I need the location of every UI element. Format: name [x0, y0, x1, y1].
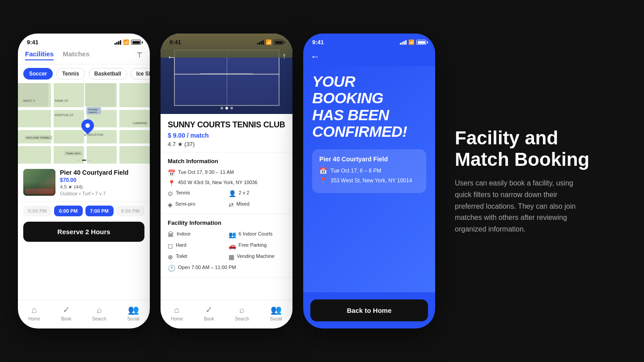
booking-address-icon: 📍 — [319, 177, 327, 184]
booking-address: 353 West St, New York, NY 10014 — [330, 177, 412, 184]
time-slot-6pm[interactable]: 6:00 PM — [54, 206, 82, 216]
venue-name: Sunny Courts Tennis Club — [168, 120, 285, 130]
search-icon-2: ⌕ — [239, 305, 245, 315]
vending-icon: ▦ — [229, 253, 234, 261]
sport-type-icon: ⊙ — [168, 190, 173, 197]
facility-toilet: Toilet — [176, 253, 187, 259]
surface-icon: ◻ — [168, 242, 173, 249]
social-icon-1: 👥 — [128, 304, 139, 315]
nav-book-label-2: Book — [204, 316, 214, 321]
venue-rating: 4.7 ★ (37) — [168, 141, 285, 147]
nav-book-label-1: Book — [61, 316, 72, 321]
sport-soccer[interactable]: Soccer — [23, 68, 53, 80]
booking-date: Tue Oct 17, 6 – 8 PM — [330, 168, 381, 174]
sport-tennis[interactable]: Tennis — [56, 68, 85, 80]
nav-search-1[interactable]: ⌕ Search — [92, 305, 106, 321]
toilet-icon: ⊗ — [168, 253, 173, 261]
facility-card[interactable]: Pier 40 Courtyard Field $70.00 4.5 ★ (44… — [18, 164, 150, 202]
right-panel: Facility andMatch Booking Users can easi… — [446, 127, 626, 235]
book-icon-2: ✓ — [205, 304, 213, 315]
nav-book-2[interactable]: ✓ Book — [204, 304, 214, 321]
courts-icon: 👥 — [229, 231, 236, 238]
facility-courts: 6 Indoor Courts — [239, 231, 273, 237]
hero-dot-3 — [230, 107, 233, 109]
signal-icon-2 — [257, 40, 264, 45]
time-slot-7pm[interactable]: 7:00 PM — [85, 206, 114, 216]
booking-address-row: 📍 353 West St, New York, NY 10014 — [319, 177, 419, 184]
signal-icon-1 — [114, 40, 121, 45]
phone-2: 9:41 📶 — [161, 34, 292, 328]
match-level: Semi-pro — [175, 201, 195, 207]
book-icon-1: ✓ — [63, 304, 70, 315]
signal-icon-3 — [400, 40, 407, 45]
facility-meta: Outdoor • Turf • 7 v 7 — [60, 191, 144, 196]
status-time-2: 9:41 — [169, 39, 181, 46]
level-icon: ◈ — [168, 201, 173, 208]
confirmation-hero: YOUR BOOKING HAS BEEN CONFIRMED! Pier 40… — [303, 66, 435, 292]
booking-date-icon: 📅 — [319, 167, 327, 174]
wifi-icon-3: 📶 — [408, 39, 415, 45]
phone-3: 9:41 📶 ← — [303, 34, 435, 328]
nav-home-2[interactable]: ⌂ Home — [171, 305, 183, 321]
venue-price: $ 9.00 / match — [168, 132, 285, 139]
right-description: Users can easily book a facility, using … — [455, 177, 580, 235]
nav-home-label-2: Home — [171, 316, 183, 321]
hours-icon: 🕐 — [168, 265, 175, 272]
nav-tabs: Facilities Matches ⊤ — [18, 47, 150, 64]
time-slots: 5:00 PM 6:00 PM 7:00 PM 8:00 PM — [18, 202, 150, 220]
battery-icon-2 — [274, 40, 284, 45]
back-home-button[interactable]: Back to Home — [310, 299, 428, 321]
social-icon-2: 👥 — [271, 304, 282, 315]
battery-icon-3 — [416, 40, 426, 45]
facility-rating: 4.5 ★ (44) — [60, 184, 144, 190]
parking-icon: 🚗 — [229, 242, 236, 249]
match-format: 2 v 2 — [239, 189, 250, 196]
facility-info-section: Facility Information 🏛 Indoor 👥 6 Indoor… — [161, 214, 292, 278]
map-area: RANK ST WEST V W HOUSTON MORTON ST CARMI… — [18, 83, 150, 164]
nav-social-2[interactable]: 👥 Social — [270, 304, 282, 321]
share-icon-2[interactable]: ↑ — [282, 51, 286, 61]
hero-dot-2 — [225, 107, 228, 109]
indoor-icon: 🏛 — [168, 231, 174, 238]
nav-social-1[interactable]: 👥 Social — [127, 304, 139, 321]
location-icon: 📍 — [168, 180, 175, 187]
reserve-button[interactable]: Reserve 2 Hours — [23, 222, 144, 242]
tab-matches[interactable]: Matches — [63, 50, 89, 60]
nav-social-label-2: Social — [270, 316, 282, 321]
facility-parking: Free Parking — [239, 242, 267, 248]
bottom-nav-2: ⌂ Home ✓ Book ⌕ Search 👥 Social — [161, 299, 292, 328]
facility-vending: Vending Machine — [237, 253, 275, 259]
booking-detail-card: Pier 40 Courtyard Field 📅 Tue Oct 17, 6 … — [312, 149, 426, 193]
wifi-icon-2: 📶 — [266, 39, 272, 45]
home-icon-1: ⌂ — [32, 305, 37, 315]
home-icon-2: ⌂ — [174, 305, 180, 315]
filter-icon[interactable]: ⊤ — [136, 51, 143, 59]
date-icon: 📅 — [168, 169, 175, 177]
nav-home-1[interactable]: ⌂ Home — [28, 305, 40, 321]
match-address: 450 W 43rd St, New York, NY 10036 — [178, 179, 258, 185]
right-title-text: Facility andMatch Booking — [455, 127, 589, 170]
nav-home-label-1: Home — [28, 316, 40, 321]
sport-basketball[interactable]: Basketball — [89, 68, 127, 80]
time-slot-8pm[interactable]: 8:00 PM — [116, 206, 144, 216]
nav-social-label-1: Social — [127, 316, 139, 321]
search-icon-1: ⌕ — [97, 305, 102, 315]
facility-surface: Hard — [176, 242, 186, 248]
back-arrow-2[interactable]: ← — [167, 51, 177, 63]
booking-venue-name: Pier 40 Courtyard Field — [319, 156, 419, 163]
nav-search-label-1: Search — [92, 316, 106, 321]
format-icon: 👤 — [229, 190, 236, 197]
nav-search-2[interactable]: ⌕ Search — [235, 305, 249, 321]
match-info-section: Match Information 📅 Tue Oct 17, 9:30 – 1… — [161, 152, 292, 214]
nav-book-1[interactable]: ✓ Book — [61, 304, 72, 321]
right-title: Facility andMatch Booking — [455, 127, 626, 171]
facility-name: Pier 40 Courtyard Field — [60, 169, 144, 176]
venue-header: Sunny Courts Tennis Club $ 9.00 / match … — [161, 114, 292, 152]
match-sport: Tennis — [176, 189, 190, 196]
time-slot-5pm[interactable]: 5:00 PM — [23, 206, 51, 216]
nav-search-label-2: Search — [235, 316, 249, 321]
sport-ice-skating[interactable]: Ice Skating — [131, 68, 150, 80]
tab-facilities[interactable]: Facilities — [25, 50, 54, 60]
back-arrow-3[interactable]: ← — [303, 47, 435, 66]
match-date: Tue Oct 17, 9:30 – 11 AM — [178, 169, 234, 175]
